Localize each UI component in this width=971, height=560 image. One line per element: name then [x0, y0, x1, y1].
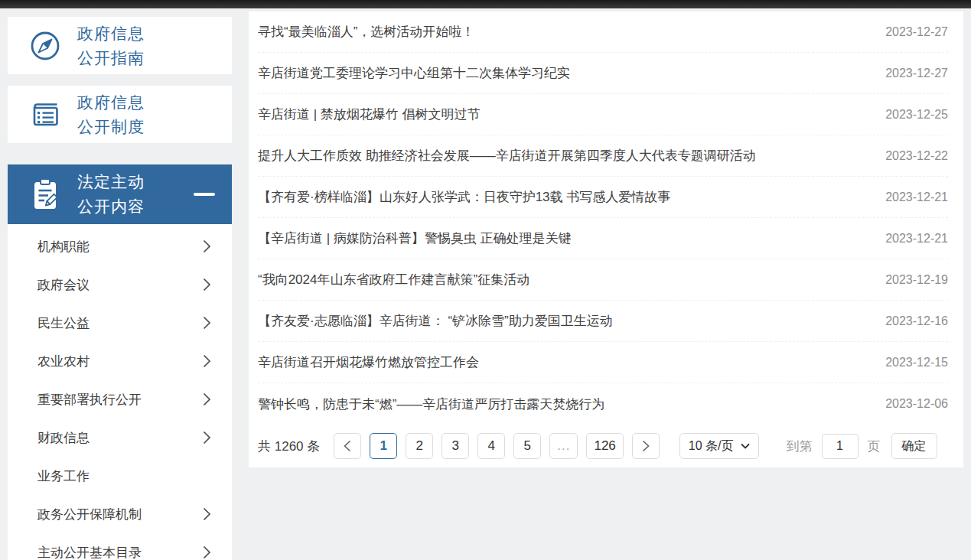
- news-title-link[interactable]: 警钟长鸣，防患于未“燃”——辛店街道严厉打击露天焚烧行为: [258, 396, 604, 413]
- news-date: 2023-12-25: [885, 108, 948, 122]
- chevron-right-icon: [203, 392, 211, 406]
- clipboard-pencil-icon: [28, 177, 62, 211]
- news-date: 2023-12-16: [885, 314, 948, 328]
- page-button-4[interactable]: 4: [477, 433, 505, 459]
- news-row: 警钟长鸣，防患于未“燃”——辛店街道严厉打击露天焚烧行为 2023-12-06: [258, 383, 948, 425]
- sidebar-item-agriculture-rural[interactable]: 农业农村: [8, 342, 232, 380]
- news-date: 2023-12-22: [885, 149, 948, 163]
- news-row: 提升人大工作质效 助推经济社会发展——辛店街道开展第四季度人大代表专题调研活动 …: [258, 135, 948, 177]
- confirm-button[interactable]: 确定: [891, 433, 937, 459]
- chevron-down-icon: [741, 443, 750, 449]
- news-row: 【齐有爱·榜样临淄】山东好人张学武：日夜守护13载 书写感人爱情故事 2023-…: [258, 177, 948, 218]
- goto-page-label: 到第: [787, 438, 813, 455]
- news-row: 辛店街道党工委理论学习中心组第十二次集体学习纪实 2023-12-27: [258, 53, 948, 94]
- news-date: 2023-12-27: [885, 67, 948, 80]
- sidebar-item-agency-functions[interactable]: 机构职能: [8, 227, 232, 265]
- rules-book-icon: [28, 98, 62, 132]
- page-size-select[interactable]: 10 条/页: [679, 433, 759, 459]
- chevron-right-icon: [203, 354, 211, 368]
- news-title-link[interactable]: 辛店街道党工委理论学习中心组第十二次集体学习纪实: [258, 64, 570, 82]
- news-title-link[interactable]: 寻找“最美临淄人”，选树活动开始啦！: [258, 23, 474, 41]
- sidebar-box-label: 政府信息 公开制度: [77, 90, 145, 139]
- news-row: 辛店街道召开烟花爆竹燃放管控工作会 2023-12-15: [258, 342, 948, 383]
- sidebar-item-key-deployment[interactable]: 重要部署执行公开: [8, 380, 232, 418]
- page-size-value: 10 条/页: [689, 438, 734, 454]
- chevron-left-icon: [344, 440, 351, 452]
- chevron-right-icon: [642, 440, 650, 452]
- news-row: 【齐友爱·志愿临淄】辛店街道： “铲冰除雪”助力爱国卫生运动 2023-12-1…: [258, 301, 948, 342]
- sidebar-item-public-welfare[interactable]: 民生公益: [8, 304, 232, 342]
- news-title-link[interactable]: 【齐友爱·志愿临淄】辛店街道： “铲冰除雪”助力爱国卫生运动: [258, 312, 613, 330]
- news-title-link[interactable]: 辛店街道 | 禁放烟花爆竹 倡树文明过节: [258, 106, 481, 123]
- news-title-link[interactable]: 【齐有爱·榜样临淄】山东好人张学武：日夜守护13载 书写感人爱情故事: [258, 188, 670, 206]
- news-title-link[interactable]: 提升人大工作质效 助推经济社会发展——辛店街道开展第四季度人大代表专题调研活动: [258, 147, 756, 164]
- goto-page-input[interactable]: [822, 434, 859, 459]
- page-button-1[interactable]: 1: [370, 433, 397, 459]
- sidebar: 政府信息 公开指南 政府信息 公开制度: [8, 17, 232, 560]
- chevron-right-icon: [203, 278, 211, 291]
- news-title-link[interactable]: “我向2024年山东省政府工作建言献策”征集活动: [258, 271, 529, 288]
- page-button-3[interactable]: 3: [442, 433, 469, 459]
- menu-item-label: 重要部署执行公开: [37, 391, 142, 409]
- menu-item-label: 政务公开保障机制: [37, 506, 142, 523]
- sidebar-box-label: 政府信息 公开指南: [77, 21, 145, 70]
- news-row: 寻找“最美临淄人”，选树活动开始啦！ 2023-12-27: [258, 11, 948, 53]
- page-button-5[interactable]: 5: [513, 433, 541, 459]
- menu-item-label: 业务工作: [37, 467, 90, 485]
- chevron-right-icon: [203, 239, 211, 253]
- news-date: 2023-12-19: [885, 273, 948, 287]
- news-row: 辛店街道 | 禁放烟花爆竹 倡树文明过节 2023-12-25: [258, 94, 948, 135]
- menu-item-label: 民生公益: [37, 314, 90, 332]
- minus-icon: [194, 193, 215, 196]
- chevron-right-icon: [203, 507, 211, 521]
- news-date: 2023-12-27: [885, 25, 948, 39]
- top-bar: [0, 0, 971, 8]
- page-ellipsis-button[interactable]: ...: [549, 433, 578, 459]
- sidebar-item-disclosure-guarantee[interactable]: 政务公开保障机制: [8, 495, 232, 533]
- pagination: 共 1260 条 1 2 3 4 5 ... 126 10 条/页 到第 页 确…: [249, 425, 963, 467]
- compass-icon: [28, 29, 62, 63]
- menu-item-label: 农业农村: [37, 353, 90, 370]
- news-date: 2023-12-21: [885, 232, 948, 246]
- chevron-right-icon: [203, 545, 211, 559]
- menu-item-label: 机构职能: [37, 238, 90, 256]
- page-button-126[interactable]: 126: [586, 433, 623, 459]
- total-count: 共 1260 条: [258, 438, 320, 455]
- news-row: 【辛店街道 | 病媒防治科普】警惕臭虫 正确处理是关键 2023-12-21: [258, 218, 948, 259]
- sidebar-item-fiscal-information[interactable]: 财政信息: [8, 418, 232, 457]
- goto-page-unit: 页: [868, 438, 881, 455]
- news-title-link[interactable]: 辛店街道召开烟花爆竹燃放管控工作会: [258, 353, 479, 371]
- news-panel: 寻找“最美临淄人”，选树活动开始啦！ 2023-12-27 辛店街道党工委理论学…: [249, 11, 963, 467]
- sidebar-item-government-meetings[interactable]: 政府会议: [8, 265, 232, 304]
- sidebar-menu: 机构职能 政府会议 民生公益 农业农村 重要部署执行公开: [8, 224, 232, 560]
- sidebar-item-business-work[interactable]: 业务工作: [8, 457, 232, 495]
- news-date: 2023-12-15: [885, 356, 948, 370]
- next-page-button[interactable]: [632, 433, 660, 459]
- news-title-link[interactable]: 【辛店街道 | 病媒防治科普】警惕臭虫 正确处理是关键: [258, 230, 572, 247]
- news-date: 2023-12-06: [885, 397, 948, 411]
- sidebar-box-legal-active-disclosure[interactable]: 法定主动 公开内容: [8, 164, 232, 224]
- menu-item-label: 财政信息: [37, 429, 90, 447]
- news-list: 寻找“最美临淄人”，选树活动开始啦！ 2023-12-27 辛店街道党工委理论学…: [249, 11, 963, 425]
- news-row: “我向2024年山东省政府工作建言献策”征集活动 2023-12-19: [258, 259, 948, 301]
- sidebar-item-basic-catalog[interactable]: 主动公开基本目录: [8, 533, 232, 560]
- menu-item-label: 政府会议: [37, 276, 90, 294]
- news-date: 2023-12-21: [885, 190, 948, 204]
- menu-item-label: 主动公开基本目录: [37, 544, 142, 560]
- chevron-right-icon: [203, 431, 211, 444]
- sidebar-box-disclosure-guide[interactable]: 政府信息 公开指南: [8, 17, 232, 74]
- prev-page-button[interactable]: [334, 433, 361, 459]
- page-button-2[interactable]: 2: [406, 433, 433, 459]
- chevron-right-icon: [203, 316, 211, 330]
- sidebar-box-disclosure-system[interactable]: 政府信息 公开制度: [8, 86, 232, 143]
- sidebar-box-label: 法定主动 公开内容: [77, 170, 145, 219]
